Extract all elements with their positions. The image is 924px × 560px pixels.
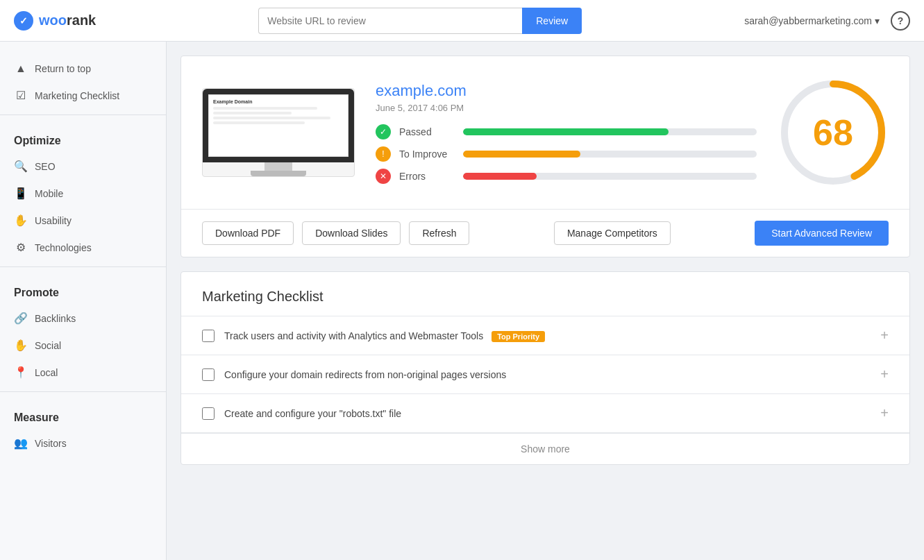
checklist-text-1: Track users and activity with Analytics … (224, 330, 871, 341)
backlinks-icon: 🔗 (14, 312, 28, 325)
social-icon: ✋ (14, 339, 28, 352)
app-body: ▲ Return to top ☑ Marketing Checklist Op… (0, 42, 924, 560)
monitor-screen: Example Domain (208, 94, 348, 157)
logo-area: ✓ woorank (14, 11, 96, 31)
passed-bar-bg (463, 128, 757, 135)
sidebar-divider-1 (0, 114, 166, 115)
improve-icon: ! (376, 146, 391, 162)
main-content: Example Domain example.com June 5, 2017 … (167, 42, 924, 560)
checklist-item-1: Track users and activity with Analytics … (181, 316, 909, 355)
checklist-text-2: Configure your domain redirects from non… (224, 369, 871, 380)
manage-competitors-button[interactable]: Manage Competitors (554, 221, 671, 245)
errors-bar (463, 173, 537, 180)
checklist-expand-2[interactable]: + (880, 366, 889, 382)
metric-passed: ✓ Passed (376, 124, 757, 139)
sidebar-divider-3 (0, 391, 166, 392)
mobile-icon: 📱 (14, 187, 28, 200)
checklist-item-2: Configure your domain redirects from non… (181, 355, 909, 394)
logo-text: woorank (39, 12, 96, 28)
sidebar-item-visitors[interactable]: 👥 Visitors (0, 430, 166, 457)
checklist-item-3: Create and configure your "robots.txt" f… (181, 394, 909, 433)
errors-bar-bg (463, 173, 757, 180)
improve-label: To Improve (399, 149, 455, 160)
user-email[interactable]: sarah@yabbermarketing.com ▾ (744, 15, 880, 26)
show-more-button[interactable]: Show more (181, 433, 909, 464)
chevron-up-icon: ▲ (14, 62, 28, 75)
checklist-text-3: Create and configure your "robots.txt" f… (224, 408, 871, 419)
metrics: ✓ Passed ! To Improve (376, 124, 757, 184)
chevron-down-icon: ▾ (875, 15, 880, 26)
start-advanced-review-button[interactable]: Start Advanced Review (755, 221, 889, 246)
sidebar-item-local[interactable]: 📍 Local (0, 359, 166, 386)
metric-errors: ✕ Errors (376, 169, 757, 184)
site-url: example.com (376, 82, 757, 100)
improve-bar-bg (463, 151, 757, 158)
errors-label: Errors (399, 171, 455, 182)
sidebar-divider-2 (0, 266, 166, 267)
visitors-icon: 👥 (14, 436, 28, 450)
sidebar-section-promote: Promote (0, 273, 166, 305)
sidebar-item-backlinks[interactable]: 🔗 Backlinks (0, 305, 166, 332)
sidebar-item-social[interactable]: ✋ Social (0, 332, 166, 359)
download-slides-button[interactable]: Download Slides (302, 221, 401, 245)
passed-icon: ✓ (376, 124, 391, 139)
screen-line-2 (213, 112, 292, 114)
checklist-card: Marketing Checklist Track users and acti… (180, 271, 910, 465)
monitor-base (251, 171, 306, 176)
top-nav: ✓ woorank Review sarah@yabbermarketing.c… (0, 0, 924, 42)
screen-line-1 (213, 107, 317, 110)
review-date: June 5, 2017 4:06 PM (376, 103, 757, 113)
sidebar-section-measure: Measure (0, 398, 166, 430)
seo-icon: 🔍 (14, 160, 28, 173)
usability-icon: ✋ (14, 214, 28, 227)
help-button[interactable]: ? (891, 11, 910, 31)
checklist-title: Marketing Checklist (181, 272, 909, 316)
sidebar-item-usability[interactable]: ✋ Usability (0, 207, 166, 234)
site-screenshot: Example Domain (202, 88, 355, 177)
search-area: Review (258, 8, 582, 34)
checklist-expand-1[interactable]: + (880, 328, 889, 343)
checklist-expand-3[interactable]: + (880, 405, 889, 421)
review-header: Example Domain example.com June 5, 2017 … (181, 56, 909, 209)
score-number: 68 (813, 112, 853, 153)
monitor-frame: Example Domain (203, 89, 354, 162)
url-input[interactable] (258, 8, 522, 34)
sidebar-section-optimize: Optimize (0, 121, 166, 153)
checklist-checkbox-1[interactable] (202, 330, 215, 342)
monitor-neck (264, 162, 292, 171)
review-button[interactable]: Review (522, 8, 582, 34)
sidebar: ▲ Return to top ☑ Marketing Checklist Op… (0, 42, 167, 560)
score-circle: 68 (778, 77, 889, 188)
sidebar-item-seo[interactable]: 🔍 SEO (0, 153, 166, 180)
checkbox-icon: ☑ (14, 89, 28, 102)
error-icon: ✕ (376, 169, 391, 184)
review-info: example.com June 5, 2017 4:06 PM ✓ Passe… (376, 82, 757, 184)
local-icon: 📍 (14, 366, 28, 379)
checklist-checkbox-2[interactable] (202, 368, 215, 381)
checklist-checkbox-3[interactable] (202, 407, 215, 420)
improve-bar (463, 151, 580, 158)
sidebar-item-marketing-checklist[interactable]: ☑ Marketing Checklist (0, 82, 166, 109)
action-buttons: Download PDF Download Slides Refresh Man… (181, 209, 909, 257)
screen-title: Example Domain (213, 99, 344, 104)
refresh-button[interactable]: Refresh (409, 221, 469, 245)
sidebar-item-mobile[interactable]: 📱 Mobile (0, 180, 166, 207)
screen-line-4 (213, 121, 305, 124)
screen-line-3 (213, 117, 330, 119)
user-area: sarah@yabbermarketing.com ▾ ? (744, 11, 910, 31)
download-pdf-button[interactable]: Download PDF (202, 221, 294, 245)
sidebar-item-return-to-top[interactable]: ▲ Return to top (0, 56, 166, 82)
top-priority-badge: Top Priority (492, 331, 545, 342)
passed-bar (463, 128, 669, 135)
metric-improve: ! To Improve (376, 146, 757, 162)
passed-label: Passed (399, 126, 455, 137)
logo-icon: ✓ (14, 11, 33, 31)
technologies-icon: ⚙ (14, 241, 28, 254)
sidebar-item-technologies[interactable]: ⚙ Technologies (0, 234, 166, 261)
review-card: Example Domain example.com June 5, 2017 … (180, 56, 910, 257)
